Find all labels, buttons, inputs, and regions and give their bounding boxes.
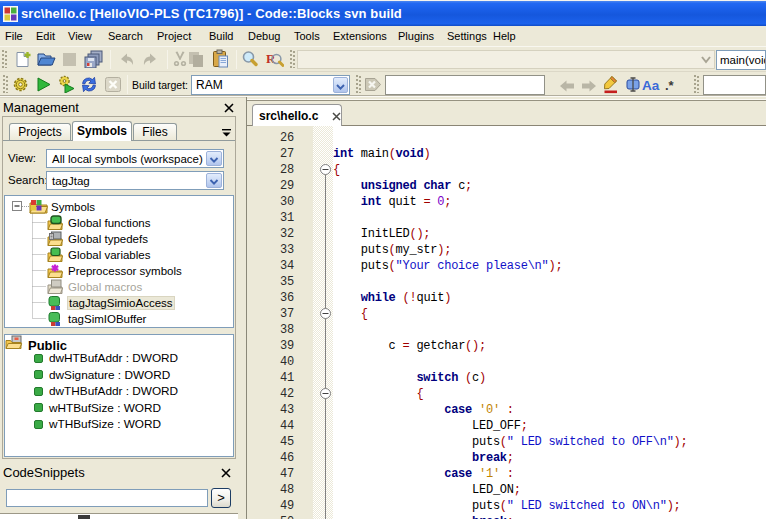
svg-text:Aa: Aa xyxy=(642,78,660,93)
svg-text:.*: .* xyxy=(665,78,675,93)
svg-text:R: R xyxy=(266,51,276,66)
